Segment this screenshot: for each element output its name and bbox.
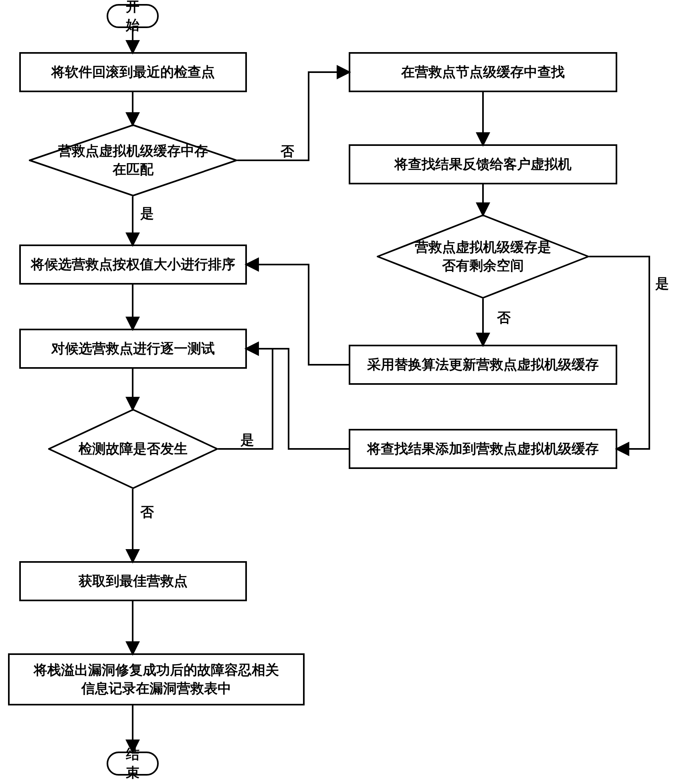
process-test-rescue-text: 对候选营救点进行逐一测试 <box>51 339 215 358</box>
decision-vm-cache-space: 营救点虚拟机级缓存是 否有剩余空间 <box>377 214 589 299</box>
decision-vm-cache-match-text: 营救点虚拟机级缓存中存在匹配 <box>53 142 213 179</box>
process-rollback-text: 将软件回滚到最近的检查点 <box>51 63 215 81</box>
process-search-node-cache-text: 在营救点节点级缓存中查找 <box>401 63 565 81</box>
flow-end-terminal: 结束 <box>107 752 159 776</box>
flow-start-terminal: 开始 <box>107 4 159 28</box>
decision-fault-occur: 检测故障是否发生 <box>48 409 218 489</box>
label-d2-no: 否 <box>140 503 154 521</box>
decision-fault-occur-text: 检测故障是否发生 <box>79 440 188 458</box>
process-replace-update-cache: 采用替换算法更新营救点虚拟机级缓存 <box>349 345 617 385</box>
label-d1-yes: 是 <box>140 204 154 223</box>
process-add-to-vm-cache-text: 将查找结果添加到营救点虚拟机级缓存 <box>367 440 599 458</box>
process-add-to-vm-cache: 将查找结果添加到营救点虚拟机级缓存 <box>349 429 617 469</box>
process-get-best-rescue: 获取到最佳营救点 <box>19 561 247 601</box>
process-search-node-cache: 在营救点节点级缓存中查找 <box>349 52 617 92</box>
process-sort-rescue: 将候选营救点按权值大小进行排序 <box>19 244 247 285</box>
process-get-best-rescue-text: 获取到最佳营救点 <box>79 572 188 590</box>
process-record-vuln-table: 将栈溢出漏洞修复成功后的故障容忍相关 信息记录在漏洞营救表中 <box>8 653 305 705</box>
decision-vm-cache-space-text: 营救点虚拟机级缓存是 否有剩余空间 <box>415 238 551 275</box>
end-label: 结束 <box>122 745 143 782</box>
label-d2-yes: 是 <box>240 431 254 449</box>
process-rollback: 将软件回滚到最近的检查点 <box>19 52 247 92</box>
decision-vm-cache-match: 营救点虚拟机级缓存中存在匹配 <box>29 124 237 196</box>
process-sort-rescue-text: 将候选营救点按权值大小进行排序 <box>31 255 235 274</box>
process-feedback-client: 将查找结果反馈给客户虚拟机 <box>349 144 617 184</box>
process-replace-update-cache-text: 采用替换算法更新营救点虚拟机级缓存 <box>367 356 599 374</box>
process-record-vuln-table-text: 将栈溢出漏洞修复成功后的故障容忍相关 信息记录在漏洞营救表中 <box>34 661 279 698</box>
start-label: 开始 <box>122 0 143 34</box>
process-test-rescue: 对候选营救点进行逐一测试 <box>19 329 247 369</box>
process-feedback-client-text: 将查找结果反馈给客户虚拟机 <box>394 155 572 174</box>
label-dR-yes: 是 <box>655 275 669 293</box>
label-d1-no: 否 <box>281 142 294 161</box>
label-dR-no: 否 <box>497 309 511 327</box>
